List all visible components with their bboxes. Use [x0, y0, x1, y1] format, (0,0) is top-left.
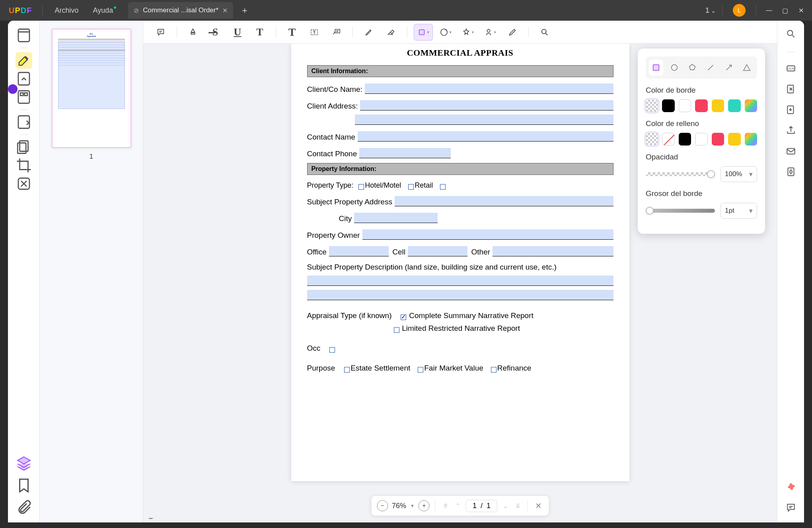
maximize-button[interactable]: ▢: [777, 7, 793, 14]
page-count-dropdown[interactable]: 1⌄: [705, 6, 716, 15]
menu-ayuda[interactable]: Ayuda: [93, 6, 113, 15]
close-window-button[interactable]: ✕: [793, 7, 809, 14]
tab-doc-icon: ⊘: [134, 7, 139, 14]
user-avatar[interactable]: L: [733, 4, 746, 17]
minimize-button[interactable]: ―: [761, 7, 777, 14]
document-tab[interactable]: ⊘ Commercial ...isal Order* ✕: [128, 2, 233, 19]
tab-title: Commercial ...isal Order*: [143, 6, 218, 14]
menu-archivo[interactable]: Archivo: [55, 6, 78, 15]
app-logo: UPDF: [9, 6, 32, 15]
tab-close-icon[interactable]: ✕: [222, 7, 228, 14]
new-tab-button[interactable]: ＋: [240, 4, 249, 16]
